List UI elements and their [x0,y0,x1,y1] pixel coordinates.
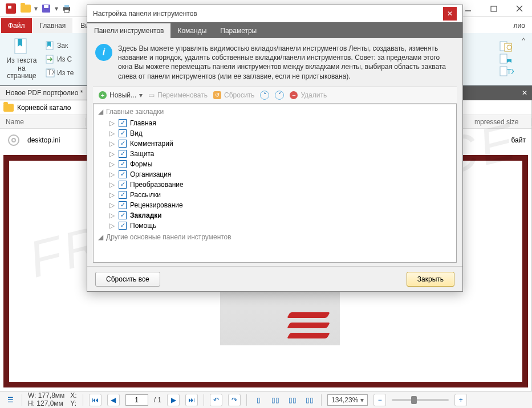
tree-section-main[interactable]: ◢Главные закладки [94,105,456,118]
plus-icon: + [99,91,107,99]
tree-item[interactable]: ▷✓Защита [94,149,456,159]
continuous-page-icon[interactable]: ▯▯ [270,394,281,406]
options-icon[interactable]: ☰ [5,394,16,406]
checkbox[interactable]: ✓ [119,150,127,158]
maximize-button[interactable] [481,1,506,17]
zoom-slider[interactable] [392,399,449,401]
expander-icon[interactable]: ▷ [109,170,115,178]
zoom-value[interactable]: 134,23%▾ [327,394,368,406]
collapse-ribbon-button[interactable]: ^ [518,35,529,46]
dialog-tab-commands[interactable]: Команды [170,23,213,38]
tree-item[interactable]: ▷✓Главная [94,118,456,128]
checkbox[interactable]: ✓ [119,129,127,137]
first-page-button[interactable]: ⏮ [89,394,101,406]
checkbox[interactable]: ✓ [119,140,127,148]
open-icon[interactable] [19,2,32,15]
dropdown-caret-icon[interactable]: ▾ [55,5,58,13]
from-te-button[interactable]: TXTИз те [43,67,76,79]
tree-item[interactable]: ▷✓Преобразование [94,179,456,190]
expander-icon[interactable]: ▷ [109,222,115,230]
column-compressed-size[interactable]: mpressed size [469,118,531,126]
single-page-icon[interactable]: ▯ [253,394,264,406]
reset-all-button[interactable]: Сбросить все [95,272,160,287]
expander-icon[interactable]: ▷ [109,181,115,189]
svg-point-22 [12,138,15,142]
checkbox[interactable]: ✓ [119,191,127,199]
reset-icon: ↺ [213,91,221,99]
move-up-button[interactable]: ˄ [260,91,269,100]
from-c-button[interactable]: Из С [43,53,76,66]
expander-icon[interactable]: ▷ [109,160,115,168]
tree-section-other[interactable]: ◢Другие основные панели инструментов [94,231,456,243]
delete-button[interactable]: −Удалить [290,91,327,99]
tree-item[interactable]: ▷✓Комментарий [94,138,456,149]
checkbox[interactable]: ✓ [119,181,127,189]
dialog-info-text: Здесь Вы можете управлять видимостью вкл… [118,44,454,81]
from-text-on-page-label: Из текста на странице [5,57,39,80]
folder-icon [3,104,14,112]
checkbox[interactable]: ✓ [119,119,127,127]
close-button[interactable] [506,1,532,17]
checkbox[interactable]: ✓ [119,211,127,219]
document-tab[interactable]: Новое PDF портфолио * [0,86,88,100]
info-icon: i [95,44,112,61]
expander-icon[interactable]: ▷ [109,129,115,137]
nav-fwd-button[interactable]: ↷ [228,394,241,406]
column-name[interactable]: Name [0,118,86,126]
expander-icon[interactable]: ▷ [109,191,115,199]
gear-icon [6,132,22,148]
dialog-close-button[interactable]: ✕ [443,7,457,21]
find-doc-icon[interactable] [499,41,514,52]
close-dialog-button[interactable]: Закрыть [407,272,454,287]
ribbon-tab-partial[interactable]: лио [507,18,532,33]
checkbox[interactable]: ✓ [119,201,127,209]
doctab-close-button[interactable]: ✕ [517,85,532,100]
checkbox[interactable]: ✓ [119,160,127,168]
tag-doc-icon[interactable] [499,54,514,65]
expander-icon[interactable]: ▷ [109,211,115,219]
zoom-in-button[interactable]: + [454,394,467,406]
rename-button[interactable]: ▭Переименовать [148,91,208,99]
checkbox[interactable]: ✓ [119,222,127,230]
page-number-input[interactable] [125,394,148,406]
expander-icon[interactable]: ▷ [109,140,115,148]
svg-rect-9 [64,10,69,13]
move-down-button[interactable]: ˅ [275,91,284,100]
new-button[interactable]: +Новый...▾ [99,91,143,99]
two-up-cont-icon[interactable]: ▯▯ [304,394,315,406]
file-tab[interactable]: Файл [1,18,32,33]
checkbox[interactable]: ✓ [119,170,127,178]
tree-item[interactable]: ▷✓Вид [94,128,456,138]
tree-item[interactable]: ▷✓Организация [94,169,456,179]
reset-button[interactable]: ↺Сбросить [213,91,254,99]
tree-item[interactable]: ▷✓Рецензирование [94,200,456,210]
prev-page-button[interactable]: ◀ [107,394,120,406]
two-up-icon[interactable]: ▯▯ [287,394,298,406]
expander-icon[interactable]: ▷ [109,201,115,209]
zoom-out-button[interactable]: − [373,394,386,406]
tree-item[interactable]: ▷✓Рассылки [94,190,456,200]
last-page-button[interactable]: ⏭ [185,394,198,406]
next-page-button[interactable]: ▶ [167,394,180,406]
page-bookmark-icon [13,38,31,56]
minus-icon: − [290,91,298,99]
dialog-tab-panels[interactable]: Панели инструментов [87,23,170,38]
print-icon[interactable] [60,2,73,15]
expander-icon[interactable]: ▷ [109,150,115,158]
expander-icon[interactable]: ▷ [109,119,115,127]
toolbar-tree[interactable]: ◢Главные закладки ▷✓Главная▷✓Вид▷✓Коммен… [93,104,457,263]
svg-rect-6 [44,5,48,8]
bookmarks-button[interactable]: Зак [43,39,76,52]
tree-item[interactable]: ▷✓Закладки [94,210,456,221]
svg-text:TXT: TXT [507,68,514,76]
tree-item[interactable]: ▷✓Формы [94,159,456,169]
save-icon[interactable] [40,2,52,15]
svg-text:TXT: TXT [47,68,55,76]
tree-item[interactable]: ▷✓Помощь [94,221,456,231]
from-text-on-page-button[interactable]: Из текста на странице [5,38,39,80]
nav-back-button[interactable]: ↶ [210,394,222,406]
dropdown-caret-icon[interactable]: ▾ [34,5,38,13]
dialog-tab-params[interactable]: Параметры [213,23,263,38]
txt-doc-icon[interactable]: TXT [499,66,514,77]
ribbon-tab-home[interactable]: Главная [33,18,73,33]
